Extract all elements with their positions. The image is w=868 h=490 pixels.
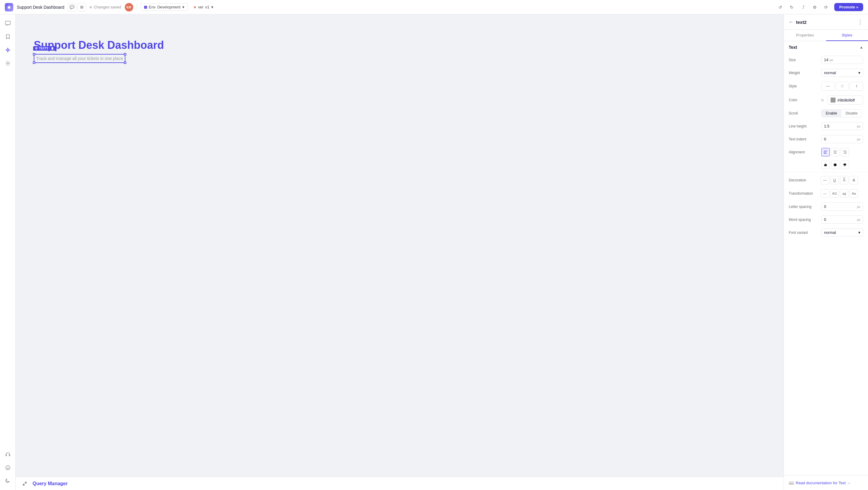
selected-text-box[interactable]: Track and manage all your tickets in one…	[34, 54, 125, 63]
transform-capitalize-button[interactable]: Aa	[849, 189, 858, 198]
valign-top-button[interactable]	[821, 161, 830, 169]
section-header[interactable]: Text ▲	[784, 41, 868, 53]
topbar: Support Desk Dashboard 💬 ⊞ Changes saved…	[0, 0, 868, 14]
resize-handle-tr[interactable]	[124, 53, 126, 56]
font-variant-row: Font variant normal ▾	[784, 226, 868, 239]
settings-button[interactable]: ⚙	[810, 3, 819, 12]
documentation-link[interactable]: 📖 Read documentation for Text →	[789, 480, 863, 485]
deco-strikethrough-button[interactable]: S	[849, 176, 858, 184]
deco-underline-button[interactable]: U	[830, 176, 839, 184]
canvas-area[interactable]: Support Desk Dashboard ⚙ TEXT2 🗑	[16, 14, 784, 477]
sidebar-item-sparkle[interactable]	[2, 44, 13, 56]
undo-button[interactable]: ↺	[776, 3, 785, 12]
color-input[interactable]: #9b9b9bff	[828, 95, 863, 104]
valign-bottom-button[interactable]	[841, 161, 849, 169]
align-center-button[interactable]	[831, 148, 839, 156]
topbar-actions: ↺ ↻ ⤴ ⚙ ⟳	[776, 3, 831, 12]
share-button[interactable]: ⤴	[799, 3, 808, 12]
panel-back-button[interactable]: ←	[789, 19, 794, 25]
sidebar-item-moon[interactable]	[2, 476, 13, 486]
decoration-row: Decoration — U A S	[784, 174, 868, 187]
panel-title: text2	[796, 20, 855, 25]
word-spacing-label: Word spacing	[789, 218, 819, 222]
style-dash-button[interactable]: —	[821, 82, 835, 91]
transform-uppercase-button[interactable]: AG	[830, 189, 839, 198]
svg-rect-3	[9, 454, 10, 456]
letter-spacing-unit: px	[857, 205, 861, 209]
subtitle-text: Track and manage all your tickets in one…	[36, 56, 123, 61]
style-label: Style	[789, 84, 819, 88]
letter-spacing-row: Letter spacing 0 px	[784, 200, 868, 213]
svg-point-6	[8, 467, 9, 468]
deco-none-button[interactable]: —	[821, 176, 829, 184]
right-panel: ← text2 ⋮ Properties Styles Text ▲ Size	[784, 14, 868, 490]
line-height-input[interactable]: 1.5 px	[821, 122, 863, 130]
env-icon	[144, 6, 147, 9]
size-input[interactable]: 14 px	[821, 56, 863, 64]
svg-point-1	[7, 63, 8, 64]
font-variant-select[interactable]: normal ▾	[821, 228, 863, 237]
redo-button[interactable]: ↻	[787, 3, 796, 12]
scroll-enable-button[interactable]: Enable	[822, 110, 841, 117]
ver-icon: ♥	[194, 5, 196, 10]
tab-styles[interactable]: Styles	[826, 30, 868, 41]
selected-element-wrapper[interactable]: ⚙ TEXT2 🗑 Track and manage all your tick…	[34, 54, 125, 63]
style-o-button[interactable]: O	[836, 82, 849, 91]
environment-selector[interactable]: Env Development ▾	[141, 3, 188, 11]
sidebar-item-settings[interactable]	[2, 58, 13, 69]
svg-rect-17	[824, 164, 827, 166]
size-row: Size 14 px	[784, 53, 868, 66]
alignment-label: Alignment	[789, 150, 819, 154]
deco-overline-button[interactable]: A	[840, 176, 848, 184]
color-fx-icon: fx	[821, 98, 824, 102]
resize-handle-tl[interactable]	[33, 53, 35, 56]
promote-label: Promote »	[839, 5, 858, 9]
sidebar-item-chat[interactable]	[2, 18, 13, 29]
transform-none-button[interactable]: —	[821, 189, 829, 198]
scroll-disable-button[interactable]: Disable	[841, 110, 862, 117]
weight-select[interactable]: normal ▾	[821, 69, 863, 77]
weight-label: Weight	[789, 71, 819, 75]
component-badge: ⚙ TEXT2 🗑	[33, 46, 56, 51]
sidebar-item-headset[interactable]	[2, 449, 13, 460]
text-indent-input[interactable]: 0 px	[821, 135, 863, 143]
weight-chevron-icon: ▾	[858, 70, 861, 75]
word-spacing-row: Word spacing 0 px	[784, 213, 868, 226]
word-spacing-input[interactable]: 0 px	[821, 215, 863, 224]
scroll-toggle: Enable Disable	[821, 110, 862, 117]
main-layout: Support Desk Dashboard ⚙ TEXT2 🗑	[0, 14, 868, 490]
resize-handle-br[interactable]	[124, 61, 126, 64]
size-unit: px	[830, 58, 833, 62]
sidebar-item-smiley[interactable]	[2, 462, 13, 473]
scroll-row: Scroll Enable Disable	[784, 107, 868, 120]
panel-more-button[interactable]: ⋮	[858, 19, 863, 25]
svg-point-4	[6, 466, 10, 470]
version-selector[interactable]: ♥ ver v1 ▾	[191, 4, 216, 11]
scroll-label: Scroll	[789, 111, 819, 115]
canvas-element-group: Support Desk Dashboard ⚙ TEXT2 🗑	[34, 38, 164, 63]
left-sidebar	[0, 14, 16, 490]
refresh-button[interactable]: ⟳	[822, 3, 831, 12]
badge-settings-icon[interactable]: ⚙	[35, 47, 38, 50]
line-height-unit: px	[857, 124, 861, 128]
grid-button[interactable]: ⊞	[78, 3, 86, 11]
decoration-label: Decoration	[789, 178, 819, 182]
badge-delete-icon[interactable]: 🗑	[51, 47, 54, 50]
promote-button[interactable]: Promote »	[834, 3, 863, 11]
chat-button[interactable]: 💬	[68, 3, 76, 11]
align-right-button[interactable]	[841, 148, 849, 156]
doc-icon: 📖	[789, 480, 794, 485]
env-label: Env	[149, 5, 156, 9]
query-manager-label: Query Manager	[33, 481, 67, 486]
sidebar-item-bookmark[interactable]	[2, 31, 13, 42]
resize-handle-bl[interactable]	[33, 61, 35, 64]
align-left-button[interactable]	[821, 148, 830, 156]
expand-button[interactable]	[21, 480, 29, 488]
tab-properties[interactable]: Properties	[784, 30, 826, 41]
letter-spacing-input[interactable]: 0 px	[821, 203, 863, 211]
user-avatar[interactable]: KR	[125, 3, 133, 11]
transform-lowercase-button[interactable]: ag	[840, 189, 848, 198]
word-spacing-unit: px	[857, 218, 861, 221]
style-italic-button[interactable]: I	[850, 82, 863, 91]
valign-middle-button[interactable]	[831, 161, 839, 169]
